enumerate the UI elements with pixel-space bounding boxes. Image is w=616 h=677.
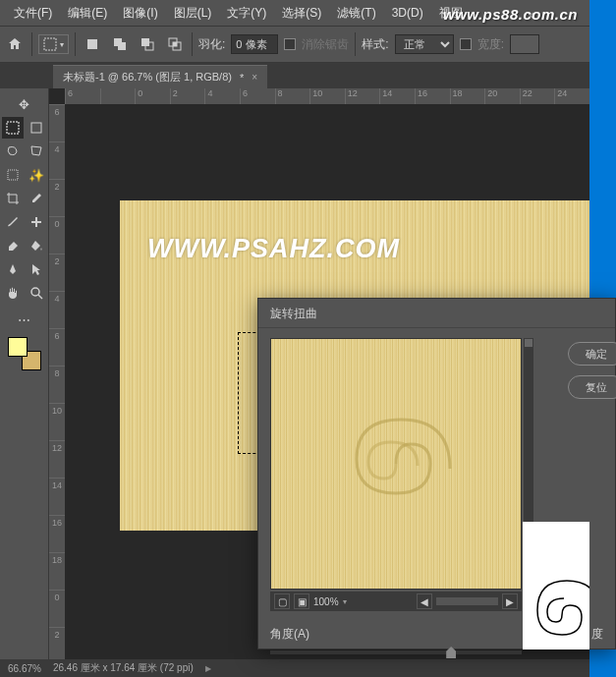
reset-button[interactable]: 复位 (568, 375, 616, 399)
brush-tool-icon[interactable] (2, 211, 24, 233)
dialog-title: 旋转扭曲 (258, 299, 615, 328)
crop-tool-icon[interactable] (2, 188, 24, 209)
svg-rect-3 (118, 42, 126, 50)
polygon-lasso-tool-icon[interactable] (26, 141, 47, 162)
move-tool-icon[interactable]: ✥ (14, 93, 35, 115)
menu-filter[interactable]: 滤镜(T) (329, 2, 383, 25)
svg-rect-0 (44, 38, 56, 50)
pen-tool-icon[interactable] (2, 258, 24, 280)
ruler-horizontal[interactable]: 6024681012141618202224 (65, 88, 589, 104)
artboard-tool-icon[interactable] (26, 117, 47, 139)
menu-3d[interactable]: 3D(D) (384, 3, 431, 23)
svg-rect-8 (173, 42, 177, 46)
quick-select-tool-icon[interactable] (2, 164, 24, 186)
menu-layer[interactable]: 图层(L) (166, 2, 220, 25)
angle-slider[interactable] (270, 650, 522, 654)
preview-scrollbar-h[interactable] (436, 597, 498, 605)
selection-intersect-icon[interactable] (164, 33, 186, 55)
width-label: 宽度: (477, 36, 504, 53)
ruler-vertical[interactable]: 64202468101214161802 (49, 104, 65, 659)
doc-tab-dirty: * (240, 72, 244, 84)
svg-rect-11 (8, 170, 18, 180)
bucket-tool-icon[interactable] (26, 235, 47, 256)
magic-wand-tool-icon[interactable]: ✨ (26, 164, 47, 186)
eyedropper-tool-icon[interactable] (26, 188, 47, 209)
eraser-tool-icon[interactable] (2, 235, 24, 256)
lasso-tool-icon[interactable] (2, 141, 24, 162)
antialias-checkbox[interactable] (284, 38, 296, 50)
doc-tab-title: 未标题-1 @ 66.7% (图层 1, RGB/8) (63, 70, 232, 85)
zoom-in-icon[interactable]: ▣ (294, 593, 309, 609)
width-checkbox[interactable] (460, 38, 472, 50)
color-swatches[interactable] (8, 337, 41, 370)
svg-line-15 (38, 295, 42, 299)
feather-label: 羽化: (198, 36, 225, 53)
home-icon[interactable] (4, 33, 26, 55)
angle-label: 角度(A) (270, 626, 309, 643)
menu-edit[interactable]: 编辑(E) (60, 2, 115, 25)
angle-slider-thumb[interactable] (446, 647, 456, 658)
healing-tool-icon[interactable] (26, 211, 47, 233)
doc-tab-bar: 未标题-1 @ 66.7% (图层 1, RGB/8) * × (0, 63, 589, 88)
marquee-tool-icon[interactable] (2, 117, 24, 139)
spiral-hint-panel (523, 522, 589, 649)
toolbox: ✥ ✨ ⋯ (0, 88, 49, 659)
path-select-tool-icon[interactable] (26, 258, 47, 280)
options-bar: ▾ 羽化: 消除锯齿 样式: 正常 宽度: (0, 26, 589, 63)
zoom-out-icon[interactable]: ▢ (274, 593, 290, 609)
style-select[interactable]: 正常 (395, 34, 454, 54)
ok-button[interactable]: 确定 (568, 342, 616, 366)
pan-right-icon[interactable]: ▶ (502, 593, 518, 609)
status-zoom[interactable]: 66.67% (8, 663, 41, 674)
watermark-top: www.ps88.com.cn (443, 6, 578, 23)
zoom-tool-icon[interactable] (26, 282, 47, 304)
antialias-label: 消除锯齿 (302, 36, 349, 53)
menu-file[interactable]: 文件(F) (6, 2, 60, 25)
svg-rect-13 (31, 221, 41, 223)
svg-rect-1 (87, 39, 97, 49)
style-label: 样式: (362, 36, 388, 53)
width-input[interactable] (510, 34, 539, 54)
status-doc-size[interactable]: 26.46 厘米 x 17.64 厘米 (72 ppi) (53, 661, 194, 675)
status-arrow-icon[interactable]: ▶ (205, 664, 211, 673)
preview-zoom-select[interactable]: 100% (313, 596, 339, 607)
svg-point-14 (31, 288, 39, 296)
feather-input[interactable] (231, 34, 278, 54)
svg-rect-9 (7, 122, 19, 134)
foreground-color-swatch[interactable] (8, 337, 28, 357)
twirl-preview[interactable] (270, 338, 522, 590)
selection-add-icon[interactable] (109, 33, 131, 55)
hand-tool-icon[interactable] (2, 282, 24, 304)
doc-tab-close-icon[interactable]: × (252, 72, 257, 83)
selection-new-icon[interactable] (82, 33, 103, 55)
watermark-canvas: WWW.PSAHZ.COM (147, 234, 400, 264)
svg-rect-10 (31, 123, 41, 133)
menu-type[interactable]: 文字(Y) (219, 2, 274, 25)
edit-toolbar-icon[interactable]: ⋯ (14, 309, 35, 330)
preview-controls: ▢ ▣ 100% ▾ ◀ ▶ (270, 592, 522, 611)
doc-tab[interactable]: 未标题-1 @ 66.7% (图层 1, RGB/8) * × (53, 65, 267, 88)
menu-image[interactable]: 图像(I) (115, 2, 165, 25)
angle-unit: 度 (591, 626, 603, 643)
marquee-tool-preset[interactable]: ▾ (38, 34, 69, 54)
selection-subtract-icon[interactable] (137, 33, 158, 55)
pan-left-icon[interactable]: ◀ (417, 593, 432, 609)
menu-select[interactable]: 选择(S) (274, 2, 329, 25)
